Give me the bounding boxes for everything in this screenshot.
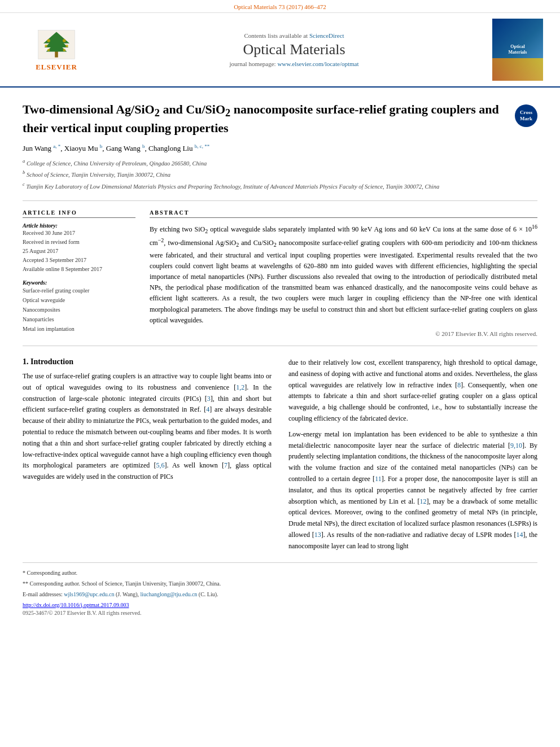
article-info-header: ARTICLE INFO: [23, 209, 135, 218]
footnote-2: ** Corresponding author. School of Scien…: [23, 579, 537, 588]
abstract-header: ABSTRACT: [150, 209, 537, 218]
journal-cover-image: OpticalMaterials: [492, 19, 543, 81]
ref-5-6[interactable]: 5,6: [156, 461, 164, 469]
authors-line: Jun Wang a, *, Xiaoyu Mu b, Gang Wang b,…: [23, 143, 537, 153]
email-label: E-mail addresses:: [23, 591, 63, 597]
keywords-section: Keywords: Surface-relief grating coupler…: [23, 279, 135, 334]
ref-12[interactable]: 12: [420, 497, 427, 505]
affiliation-b: b School of Science, Tianjin University,…: [23, 169, 537, 179]
article-history-group: Article history: Received 30 June 2017 R…: [23, 222, 135, 274]
elsevier-brand-text: ELSEVIER: [36, 63, 77, 72]
affiliation-a: a College of Science, China University o…: [23, 158, 537, 168]
journal-citation-bar: Optical Materials 73 (2017) 466–472: [0, 0, 560, 13]
intro-paragraph-2: due to their relatively low cost, excell…: [288, 357, 537, 552]
svg-rect-1: [55, 51, 58, 58]
ref-14[interactable]: 14: [517, 531, 523, 539]
intro-paragraph-1: The use of surface-relief grating couple…: [23, 371, 272, 483]
footnotes-section: * Corresponding author. ** Corresponding…: [23, 562, 537, 622]
crossmark-badge[interactable]: CrossMark: [515, 104, 537, 127]
journal-homepage-line: journal homepage: www.elsevier.com/locat…: [102, 60, 487, 67]
affiliations-block: a College of Science, China University o…: [23, 158, 537, 191]
journal-citation: Optical Materials 73 (2017) 466–472: [234, 3, 326, 10]
journal-cover-area: OpticalMaterials: [487, 19, 549, 81]
keyword-1: Surface-relief grating coupler: [23, 286, 135, 295]
received-date: Received 30 June 2017 Received in revise…: [23, 229, 135, 274]
svg-point-6: [63, 39, 66, 42]
svg-point-7: [45, 45, 47, 47]
received-revised: Received in revised form25 August 2017: [23, 238, 135, 256]
main-content: Two-dimensional Ag/SiO2 and Cu/SiO2 nano…: [0, 88, 560, 622]
copyright-line: © 2017 Elsevier B.V. All rights reserved…: [150, 330, 537, 337]
doi-line: http://dx.doi.org/10.1016/j.optmat.2017.…: [23, 602, 537, 608]
crossmark-icon: CrossMark: [515, 104, 537, 127]
svg-point-10: [63, 49, 66, 51]
ref-8[interactable]: 8: [457, 381, 461, 389]
article-title-section: Two-dimensional Ag/SiO2 and Cu/SiO2 nano…: [23, 88, 537, 201]
ref-3[interactable]: 3: [207, 395, 211, 403]
elsevier-tree-icon: [31, 28, 82, 62]
cover-title-text: OpticalMaterials: [506, 42, 530, 58]
svg-point-5: [47, 39, 50, 42]
intro-section-title: 1. Introduction: [23, 357, 272, 366]
article-title-text: Two-dimensional Ag/SiO2 and Cu/SiO2 nano…: [23, 102, 506, 137]
journal-title: Optical Materials: [102, 41, 487, 58]
publisher-logo-area: ELSEVIER: [11, 28, 102, 72]
footnote-emails: E-mail addresses: wjls1969@upc.edu.cn (J…: [23, 590, 537, 599]
email-2-link[interactable]: liuchanglong@tju.edu.cn: [140, 591, 197, 597]
sciencedirect-link-line: Contents lists available at ScienceDirec…: [102, 32, 487, 39]
abstract-column: ABSTRACT By etching two SiO2 optical wav…: [150, 209, 537, 337]
ref-13[interactable]: 13: [314, 531, 321, 539]
page: Optical Materials 73 (2017) 466–472: [0, 0, 560, 622]
keyword-3: Nanocomposites: [23, 305, 135, 314]
ref-4[interactable]: 4: [206, 405, 209, 413]
doi-link[interactable]: http://dx.doi.org/10.1016/j.optmat.2017.…: [23, 602, 129, 608]
keyword-5: Metal ion implantation: [23, 324, 135, 334]
ref-7[interactable]: 7: [224, 461, 228, 469]
affiliation-c: c Tianjin Key Laboratory of Low Dimensio…: [23, 181, 537, 191]
ref-11[interactable]: 11: [375, 475, 382, 483]
keyword-4: Nanoparticles: [23, 314, 135, 324]
footnote-1: * Corresponding author.: [23, 569, 537, 578]
article-title-row: Two-dimensional Ag/SiO2 and Cu/SiO2 nano…: [23, 102, 537, 137]
svg-point-8: [65, 45, 68, 47]
journal-homepage-link[interactable]: www.elsevier.com/locate/optmat: [277, 60, 358, 67]
history-label: Article history:: [23, 222, 135, 229]
info-abstract-section: ARTICLE INFO Article history: Received 3…: [23, 201, 537, 346]
body-two-col: 1. Introduction The use of surface-relie…: [23, 346, 537, 557]
ref-9-10[interactable]: 9,10: [510, 442, 522, 449]
keywords-label: Keywords:: [23, 279, 135, 286]
keyword-2: Optical waveguide: [23, 295, 135, 305]
article-info-column: ARTICLE INFO Article history: Received 3…: [23, 209, 135, 337]
sciencedirect-link[interactable]: ScienceDirect: [309, 32, 344, 39]
email-1-link[interactable]: wjls1969@upc.edu.cn: [64, 591, 114, 597]
issn-line: 0925-3467/© 2017 Elsevier B.V. All right…: [23, 610, 537, 616]
journal-header: ELSEVIER Contents lists available at Sci…: [0, 13, 560, 88]
body-left-col: 1. Introduction The use of surface-relie…: [23, 357, 272, 557]
elsevier-logo: ELSEVIER: [31, 28, 82, 72]
body-right-col: due to their relatively low cost, excell…: [288, 357, 537, 557]
ref-1-2[interactable]: 1,2: [236, 383, 244, 391]
svg-point-9: [47, 49, 50, 51]
abstract-text: By etching two SiO2 optical waveguide sl…: [150, 222, 537, 326]
journal-title-area: Contents lists available at ScienceDirec…: [102, 32, 487, 67]
